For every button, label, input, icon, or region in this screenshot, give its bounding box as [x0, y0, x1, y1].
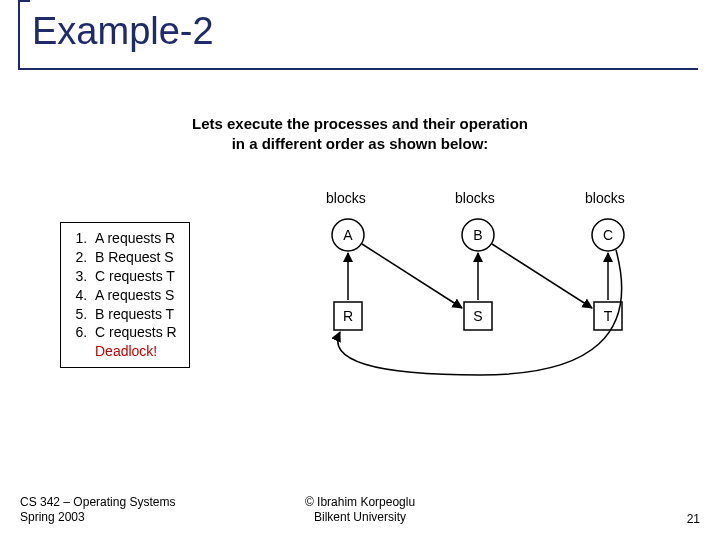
slide: Example-2 Lets execute the processes and… [0, 0, 720, 540]
title-ornament-left [18, 0, 20, 70]
steps-box: A requests R B Request S C requests T A … [60, 222, 190, 368]
footer-page-number: 21 [687, 512, 700, 526]
blocks-label-b: blocks [455, 190, 495, 206]
footer-credit2: Bilkent University [314, 510, 406, 524]
edge-a-s [362, 244, 462, 308]
edge-b-t [492, 244, 592, 308]
deadlock-label: Deadlock! [95, 342, 177, 361]
resource-graph: A B C R S T [320, 210, 700, 410]
step-1: A requests R [91, 229, 177, 248]
title-ornament-bottom [18, 68, 698, 70]
blocks-label-c: blocks [585, 190, 625, 206]
page-title: Example-2 [32, 10, 214, 53]
footer-center: © Ibrahim Korpeoglu Bilkent University [0, 495, 720, 526]
node-s-label: S [473, 308, 482, 324]
step-6: C requests R [91, 323, 177, 342]
node-c-label: C [603, 227, 613, 243]
step-5: B requests T [91, 305, 177, 324]
steps-list: A requests R B Request S C requests T A … [69, 229, 177, 342]
node-b-label: B [473, 227, 482, 243]
node-r-label: R [343, 308, 353, 324]
step-2: B Request S [91, 248, 177, 267]
step-4: A requests S [91, 286, 177, 305]
footer-credit1: © Ibrahim Korpeoglu [305, 495, 415, 509]
intro-line-1: Lets execute the processes and their ope… [192, 115, 528, 132]
node-a-label: A [343, 227, 353, 243]
intro-line-2: in a different order as shown below: [232, 135, 489, 152]
intro-text: Lets execute the processes and their ope… [0, 114, 720, 153]
step-3: C requests T [91, 267, 177, 286]
node-t-label: T [604, 308, 613, 324]
blocks-label-a: blocks [326, 190, 366, 206]
